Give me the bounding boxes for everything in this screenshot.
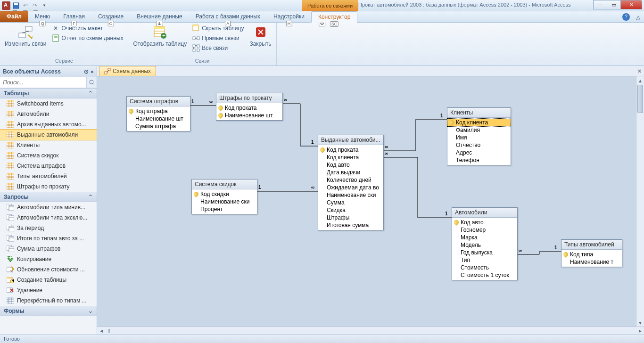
nav-group-header[interactable]: Таблицы⌃ <box>0 88 97 98</box>
ribbon-tab[interactable]: Внешние данныеШ <box>130 11 189 22</box>
nav-item[interactable]: Обновление стоимости ... <box>0 264 97 275</box>
table-field[interactable]: Наименование шт <box>216 112 282 119</box>
direct-links-button[interactable]: Прямые связи <box>190 33 246 43</box>
table-field[interactable]: Код авто <box>452 219 517 226</box>
nav-dropdown-icon[interactable]: ⊙ <box>84 68 89 75</box>
nav-item[interactable]: Автомобили типа эксклю... <box>0 212 97 223</box>
ribbon-tab[interactable]: НадстройкиН <box>267 11 311 22</box>
nav-item[interactable]: Автомобили <box>0 109 97 119</box>
nav-item[interactable]: Итоги по типам авто за ... <box>0 233 97 244</box>
table-box[interactable]: Типы автомобилейКод типаНаименование т <box>561 239 622 267</box>
scroll-up-icon[interactable]: ▴ <box>636 76 644 84</box>
nav-item[interactable]: Перекрёстный по типам ... <box>0 295 97 306</box>
document-close-icon[interactable]: × <box>638 68 641 74</box>
ribbon-collapse-icon[interactable]: △ <box>636 14 640 21</box>
table-field[interactable]: Марка <box>452 234 517 241</box>
maximize-button[interactable]: ▭ <box>607 0 621 9</box>
nav-item[interactable]: Штрафы по прокату <box>0 181 97 192</box>
nav-item[interactable]: Сумма штрафов <box>0 244 97 254</box>
table-field[interactable]: Наименование шт <box>127 115 190 122</box>
table-header[interactable]: Система штрафов <box>127 97 190 106</box>
table-field[interactable]: Год выпуска <box>452 249 517 256</box>
qat-save-icon[interactable]: 1 <box>12 2 20 9</box>
table-field[interactable]: Код проката <box>216 104 282 112</box>
table-field[interactable]: Штрафы <box>318 214 383 221</box>
table-field[interactable]: Адрес <box>447 149 511 156</box>
table-field[interactable]: Сумма <box>318 199 383 206</box>
table-field[interactable]: Процент <box>192 205 257 213</box>
table-field[interactable]: Количество дней <box>318 176 383 184</box>
nav-item[interactable]: За период <box>0 223 97 233</box>
file-tab[interactable]: ФайлФ <box>0 11 28 22</box>
nav-item[interactable]: Выданные автомобили <box>0 130 97 140</box>
table-field[interactable]: Код скидки <box>192 190 257 198</box>
table-field[interactable]: Фамилия <box>447 126 511 134</box>
table-field[interactable]: Стоимость <box>452 264 517 271</box>
nav-item[interactable]: Система штрафов <box>0 161 97 171</box>
scroll-down-icon[interactable]: ▾ <box>636 318 644 327</box>
hide-table-button[interactable]: Скрыть таблицу <box>190 24 246 33</box>
table-field[interactable]: Скидка <box>318 206 383 214</box>
ribbon-tab[interactable]: КонструкторБС <box>311 11 357 23</box>
table-header[interactable]: Штрафы по прокату <box>216 93 282 103</box>
table-field[interactable]: Код авто <box>318 161 383 169</box>
nav-item[interactable]: Удаление <box>0 285 97 295</box>
table-field[interactable]: Наименование ски <box>192 198 257 205</box>
table-header[interactable]: Типы автомобилей <box>561 240 622 250</box>
nav-group-header[interactable]: Запросы⌃ <box>0 192 97 202</box>
scroll-thumb[interactable] <box>637 85 643 113</box>
ribbon-tab[interactable]: ГлавнаяГ <box>57 11 91 22</box>
scroll-right-icon[interactable]: ▸ <box>636 327 644 335</box>
table-field[interactable]: Ожидаемая дата во <box>318 184 383 191</box>
table-field[interactable]: Модель <box>452 241 517 249</box>
table-field[interactable]: Дата выдачи <box>318 169 383 176</box>
all-links-button[interactable]: Все связи <box>190 43 246 53</box>
ribbon-tab[interactable]: МенюQ <box>28 11 57 22</box>
table-box[interactable]: Выданные автомоби...Код прокатаКод клиен… <box>318 135 384 230</box>
table-field[interactable]: Стоимость 1 суток <box>452 271 517 279</box>
table-field[interactable]: Имя <box>447 134 511 141</box>
table-field[interactable]: Тип <box>452 256 517 264</box>
table-field[interactable]: Код штрафа <box>127 107 190 115</box>
table-field[interactable]: Наименование т <box>561 258 622 266</box>
table-field[interactable]: Наименование ски <box>318 191 383 199</box>
qat-redo-icon[interactable]: ↷3 <box>31 2 39 9</box>
table-header[interactable]: Автомобили <box>452 208 517 218</box>
scroll-first-icon[interactable]: ⦀ <box>105 327 113 335</box>
table-field[interactable]: Код клиента <box>447 119 511 126</box>
table-field[interactable]: Телефон <box>447 156 511 164</box>
app-icon[interactable] <box>2 1 10 10</box>
table-field[interactable]: Сумма штрафа <box>127 122 190 130</box>
nav-item[interactable]: Switchboard Items <box>0 98 97 109</box>
document-tab[interactable]: Схема данных <box>99 66 156 76</box>
nav-item[interactable]: +!Копирование <box>0 254 97 264</box>
close-button-ribbon[interactable]: Закрыть <box>248 24 273 48</box>
qat-customize-icon[interactable]: ▼ <box>41 2 48 9</box>
edit-links-button[interactable]: Изменить связи <box>3 24 48 48</box>
nav-item[interactable]: Система скидок <box>0 150 97 161</box>
table-field[interactable]: Код клиента <box>318 154 383 161</box>
ribbon-tab[interactable]: Работа с базами данныхА <box>189 11 267 22</box>
table-field[interactable]: Код проката <box>318 146 383 154</box>
search-input[interactable] <box>0 77 86 88</box>
nav-item[interactable]: Автомобили типа минив... <box>0 202 97 212</box>
search-icon[interactable] <box>86 77 97 88</box>
clear-layout-button[interactable]: ✕Очистить макет <box>50 24 125 33</box>
table-field[interactable]: Госномер <box>452 226 517 234</box>
table-box[interactable]: Система штрафовКод штрафаНаименование шт… <box>126 96 190 131</box>
nav-item[interactable]: Типы автомобилей <box>0 171 97 181</box>
table-header[interactable]: Клиенты <box>447 108 511 118</box>
vertical-scrollbar[interactable]: ▴ ▾ <box>636 76 644 327</box>
table-box[interactable]: Система скидокКод скидкиНаименование ски… <box>191 179 257 214</box>
help-icon[interactable]: ? <box>622 13 630 21</box>
show-table-button[interactable]: + Отобразить таблицу <box>131 24 189 48</box>
qat-undo-icon[interactable]: ↶2 <box>22 2 29 9</box>
table-field[interactable]: Код типа <box>561 251 622 258</box>
nav-header[interactable]: Все объекты Access ⊙« <box>0 66 97 77</box>
scroll-left-icon[interactable]: ◂ <box>97 327 105 335</box>
table-header[interactable]: Выданные автомоби... <box>318 135 383 145</box>
nav-item[interactable]: Клиенты <box>0 140 97 150</box>
minimize-button[interactable]: ─ <box>593 0 607 9</box>
table-box[interactable]: АвтомобилиКод автоГосномерМаркаМодельГод… <box>452 207 518 280</box>
table-field[interactable]: Итоговая сумма <box>318 221 383 229</box>
